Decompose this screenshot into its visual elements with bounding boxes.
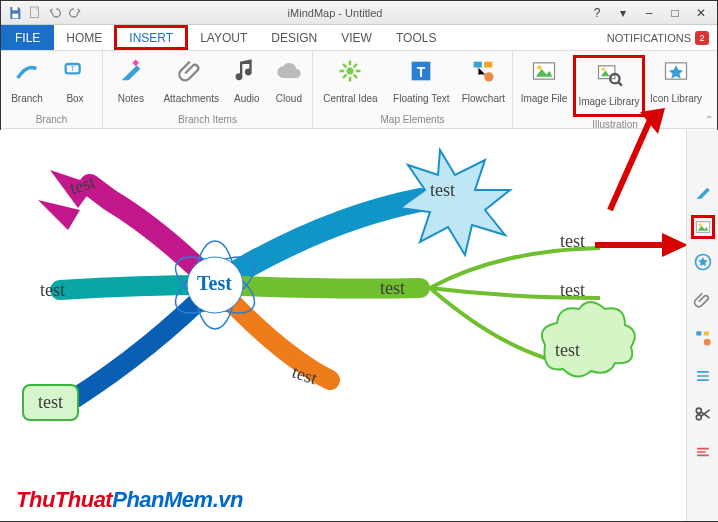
close-button[interactable]: ✕	[689, 4, 713, 22]
side-list-button[interactable]	[691, 364, 715, 388]
undo-icon[interactable]	[47, 5, 63, 21]
image-file-button[interactable]: Image File	[515, 55, 573, 111]
flowchart-button[interactable]: Flowchart	[457, 55, 510, 111]
help-button[interactable]: ?	[585, 4, 609, 22]
svg-text:T: T	[417, 64, 426, 80]
side-image-button[interactable]	[691, 215, 715, 239]
file-tab[interactable]: FILE	[1, 25, 54, 50]
tab-insert[interactable]: INSERT	[114, 25, 188, 50]
branch-label[interactable]: test	[555, 340, 580, 361]
redo-icon[interactable]	[67, 5, 83, 21]
branch-icon	[13, 57, 41, 85]
clip-icon	[177, 57, 205, 85]
branch-button[interactable]: Branch	[3, 55, 51, 111]
image-library-icon	[595, 60, 623, 88]
audio-icon	[233, 57, 261, 85]
watermark: ThuThuatPhanMem.vn	[16, 487, 243, 513]
notifications-badge: 2	[695, 31, 709, 45]
svg-rect-0	[12, 7, 17, 10]
central-node[interactable]: Test	[197, 272, 232, 295]
side-align-button[interactable]	[691, 440, 715, 464]
side-clip-button[interactable]	[691, 288, 715, 312]
branch-label[interactable]: test	[560, 280, 585, 301]
side-star-button[interactable]	[691, 250, 715, 274]
svg-point-17	[601, 68, 605, 72]
icon-library-button[interactable]: Icon Library	[645, 55, 707, 111]
image-library-button[interactable]: Image Library	[573, 55, 645, 117]
image-file-icon	[530, 57, 558, 85]
group-branch-items: Notes Attachments Audio Cloud Branch Ite…	[103, 51, 313, 128]
svg-point-11	[485, 72, 494, 81]
window-title: iMindMap - Untitled	[89, 7, 581, 19]
svg-rect-5	[132, 60, 139, 67]
box-button[interactable]: T Box	[51, 55, 99, 111]
side-panel	[686, 130, 718, 521]
title-bar: iMindMap - Untitled ? ▾ – □ ✕	[1, 1, 717, 25]
svg-text:T: T	[71, 65, 76, 72]
notes-icon	[117, 57, 145, 85]
svg-line-19	[618, 82, 622, 86]
branch-label[interactable]: test	[40, 280, 65, 301]
save-icon[interactable]	[7, 5, 23, 21]
branch-label[interactable]: test	[430, 180, 455, 201]
side-flow-button[interactable]	[691, 326, 715, 350]
minimize-button[interactable]: –	[637, 4, 661, 22]
side-pencil-button[interactable]	[691, 180, 715, 204]
svg-rect-36	[703, 331, 708, 335]
svg-point-32	[698, 223, 701, 226]
new-icon[interactable]	[27, 5, 43, 21]
notifications[interactable]: NOTIFICATIONS 2	[599, 25, 717, 50]
floating-text-button[interactable]: T Floating Text	[386, 55, 457, 111]
cloud-button[interactable]: Cloud	[268, 55, 310, 111]
central-idea-button[interactable]: Central Idea	[315, 55, 386, 111]
svg-marker-22	[38, 200, 80, 230]
tab-layout[interactable]: LAYOUT	[188, 25, 259, 50]
svg-marker-27	[400, 150, 510, 255]
group-illustration: Image File Image Library Icon Library Il…	[513, 51, 717, 128]
collapse-ribbon-icon[interactable]: ⌃	[705, 114, 713, 125]
svg-rect-1	[12, 13, 18, 18]
notifications-label: NOTIFICATIONS	[607, 32, 691, 44]
tab-tools[interactable]: TOOLS	[384, 25, 448, 50]
svg-point-35	[703, 339, 710, 346]
tab-view[interactable]: VIEW	[329, 25, 384, 50]
cloud-icon	[275, 57, 303, 85]
attachments-button[interactable]: Attachments	[157, 55, 226, 111]
maximize-button[interactable]: □	[663, 4, 687, 22]
group-branch: Branch T Box Branch	[1, 51, 103, 128]
tab-home[interactable]: HOME	[54, 25, 114, 50]
canvas[interactable]: test test test test test test test test …	[0, 130, 686, 521]
box-icon: T	[61, 57, 89, 85]
ribbon: Branch T Box Branch Notes Attachments Au…	[1, 51, 717, 129]
notes-button[interactable]: Notes	[105, 55, 157, 111]
side-scissors-button[interactable]	[691, 402, 715, 426]
audio-button[interactable]: Audio	[226, 55, 268, 111]
tab-design[interactable]: DESIGN	[259, 25, 329, 50]
ribbon-dropdown-button[interactable]: ▾	[611, 4, 635, 22]
svg-point-6	[347, 68, 354, 75]
branch-label[interactable]: test	[560, 231, 585, 252]
svg-rect-34	[696, 331, 701, 335]
floating-text-icon: T	[407, 57, 435, 85]
quick-access-toolbar	[1, 5, 89, 21]
window-controls: ? ▾ – □ ✕	[581, 4, 717, 22]
branch-box-label[interactable]: test	[22, 384, 79, 421]
flowchart-icon	[469, 57, 497, 85]
svg-rect-9	[474, 62, 482, 68]
group-map-elements: Central Idea T Floating Text Flowchart M…	[313, 51, 513, 128]
svg-rect-10	[485, 62, 493, 68]
svg-point-14	[537, 65, 542, 70]
branch-label[interactable]: test	[380, 278, 405, 299]
tab-bar: FILE HOME INSERT LAYOUT DESIGN VIEW TOOL…	[1, 25, 717, 51]
central-idea-icon	[336, 57, 364, 85]
mindmap-svg	[0, 130, 686, 520]
icon-library-icon	[662, 57, 690, 85]
